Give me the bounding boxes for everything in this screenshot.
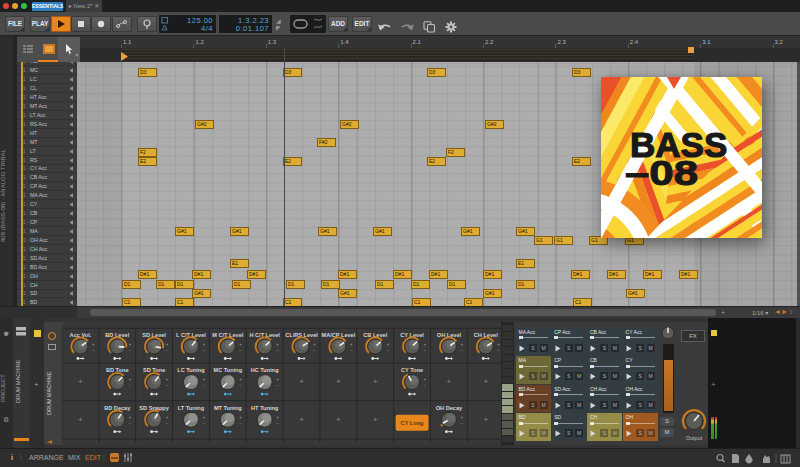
svg-text:+: + [166, 377, 169, 382]
svg-text:+: + [299, 377, 304, 386]
svg-text:HC Tuning: HC Tuning [251, 367, 279, 373]
svg-text:−: − [239, 383, 242, 388]
svg-text:−: − [276, 421, 279, 426]
svg-text:+: + [276, 342, 279, 347]
svg-text:+: + [78, 415, 83, 424]
svg-text:−: − [276, 348, 279, 353]
svg-text:+: + [483, 415, 488, 424]
svg-text:−: − [313, 348, 316, 353]
svg-text:+: + [129, 415, 132, 420]
svg-text:+: + [460, 342, 463, 347]
svg-text:−: − [460, 421, 463, 426]
svg-text:+: + [460, 415, 463, 420]
svg-text:+: + [202, 342, 205, 347]
svg-text:HT Tuning: HT Tuning [251, 405, 279, 411]
svg-text:+: + [239, 377, 242, 382]
svg-text:MC Tuning: MC Tuning [214, 367, 243, 373]
svg-text:−: − [129, 383, 132, 388]
svg-text:LT Tuning: LT Tuning [178, 405, 205, 411]
svg-text:−: − [129, 421, 132, 426]
svg-text:+: + [299, 415, 304, 424]
svg-text:+: + [497, 342, 500, 347]
svg-text:+: + [373, 415, 378, 424]
svg-text:+: + [483, 377, 488, 386]
svg-text:+: + [350, 342, 353, 347]
svg-text:−: − [202, 383, 205, 388]
svg-text:−: − [497, 348, 500, 353]
svg-text:LC Tuning: LC Tuning [177, 367, 205, 373]
svg-text:−: − [239, 421, 242, 426]
svg-text:+: + [276, 415, 279, 420]
svg-text:−: − [387, 348, 390, 353]
svg-text:+: + [276, 377, 279, 382]
svg-text:+: + [166, 415, 169, 420]
svg-text:−: − [239, 348, 242, 353]
svg-text:−: − [166, 383, 169, 388]
svg-text:−: − [424, 383, 427, 388]
svg-text:−: − [166, 348, 169, 353]
svg-text:+: + [387, 342, 390, 347]
svg-text:+: + [336, 415, 341, 424]
svg-text:−: − [202, 421, 205, 426]
svg-text:+: + [373, 377, 378, 386]
svg-text:+: + [202, 377, 205, 382]
svg-text:+: + [313, 342, 316, 347]
svg-text:+: + [336, 377, 341, 386]
svg-text:Output: Output [686, 435, 703, 441]
svg-text:+: + [166, 342, 169, 347]
svg-text:MT Tuning: MT Tuning [214, 405, 242, 411]
svg-text:+: + [92, 342, 95, 347]
svg-text:+: + [239, 415, 242, 420]
svg-text:OH Decay: OH Decay [436, 405, 463, 411]
svg-text:+: + [78, 377, 83, 386]
svg-text:+: + [129, 342, 132, 347]
svg-text:−: − [202, 348, 205, 353]
svg-text:−: − [129, 348, 132, 353]
svg-text:+: + [129, 377, 132, 382]
svg-text:CY Tone: CY Tone [401, 367, 423, 373]
svg-text:+: + [202, 415, 205, 420]
svg-text:–08: –08 [625, 153, 698, 192]
svg-text:−: − [92, 348, 95, 353]
svg-text:+: + [424, 342, 427, 347]
svg-text:−: − [424, 348, 427, 353]
svg-text:+: + [239, 342, 242, 347]
svg-text:−: − [276, 383, 279, 388]
svg-text:+: + [424, 377, 427, 382]
svg-text:−: − [460, 348, 463, 353]
svg-text:−: − [166, 421, 169, 426]
svg-text:−: − [350, 348, 353, 353]
svg-text:CY Long: CY Long [401, 420, 424, 426]
svg-text:+: + [447, 377, 452, 386]
